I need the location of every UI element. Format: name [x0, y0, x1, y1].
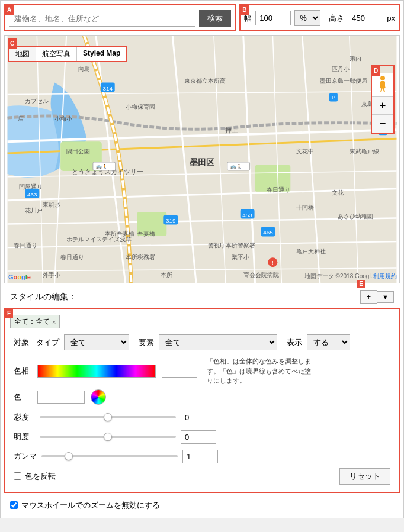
svg-text:463: 463: [27, 191, 37, 198]
style-tag: 全て：全て ×: [10, 315, 60, 328]
terms-of-use-link[interactable]: 利用規約: [373, 272, 397, 280]
svg-text:ホテルマイステイズ浅草: ホテルマイステイズ浅草: [66, 236, 132, 243]
section-e-label: E: [357, 280, 365, 288]
width-input[interactable]: [255, 11, 291, 25]
svg-text:小梅保育園: 小梅保育園: [126, 104, 155, 110]
map-tab-map[interactable]: 地図: [9, 47, 36, 61]
gamma-input[interactable]: 1: [182, 450, 218, 463]
saturation-track: [40, 416, 176, 418]
svg-text:カプセル: カプセル: [25, 98, 49, 104]
svg-text:春日通り: 春日通り: [267, 186, 290, 193]
svg-text:東駒形: 東駒形: [43, 201, 60, 208]
search-input[interactable]: [9, 11, 195, 27]
gamma-thumb[interactable]: [65, 452, 73, 460]
map-background: 墨田区 とうきょうスカイツリー 押上 文花中 隅田公園 東駒形 本所税務署 業平…: [5, 36, 399, 283]
reset-button[interactable]: リセット: [339, 468, 390, 485]
svg-text:春日通り: 春日通り: [14, 242, 37, 249]
svg-text:あさひ幼稚園: あさひ幼稚園: [338, 213, 373, 220]
google-logo: Google: [8, 273, 31, 280]
svg-text:🚌🚶: 🚌🚶: [230, 163, 242, 169]
hue-bar[interactable]: [37, 365, 156, 378]
element-label: 要素: [139, 337, 154, 348]
svg-text:外手小: 外手小: [43, 272, 60, 278]
zoom-out-button[interactable]: −: [372, 115, 393, 133]
style-tag-close[interactable]: ×: [52, 318, 56, 325]
svg-text:吾妻橋: 吾妻橋: [137, 230, 155, 237]
style-dropdown-button[interactable]: ▼: [377, 291, 394, 303]
svg-text:本所税務署: 本所税務署: [126, 254, 155, 260]
gamma-label: ガンマ: [14, 451, 37, 462]
height-input[interactable]: [348, 11, 383, 25]
svg-text:店: 店: [18, 115, 24, 122]
lightness-input[interactable]: 0: [181, 430, 216, 444]
svg-text:匹丹小: 匹丹小: [332, 66, 350, 72]
svg-text:314: 314: [102, 85, 113, 92]
invert-label: 色を反転: [25, 471, 56, 482]
color-picker-button[interactable]: [91, 389, 106, 405]
section-f-label: F: [5, 308, 13, 318]
svg-text:!: !: [272, 259, 274, 266]
svg-text:十間橋: 十間橋: [296, 204, 314, 211]
color-label: 色: [14, 392, 31, 402]
color-note: 「色相」は全体的な色みを調整します。「色」は境界線も含めてべた塗りにします。: [207, 356, 313, 386]
svg-text:隅田公園: 隅田公園: [66, 148, 90, 154]
section-b-label: B: [240, 5, 249, 15]
display-select[interactable]: する しない: [307, 334, 350, 350]
height-label: 高さ: [329, 13, 344, 24]
type-label: タイプ: [36, 337, 59, 348]
svg-text:文花中: 文花中: [296, 148, 314, 154]
saturation-input[interactable]: 0: [181, 411, 216, 424]
svg-text:押上: 押上: [225, 127, 238, 134]
svg-text:本所: 本所: [161, 272, 172, 278]
svg-text:小梅小: 小梅小: [54, 115, 72, 122]
svg-text:墨田京島一郵便局: 墨田京島一郵便局: [320, 78, 367, 84]
color-input-box: [37, 391, 85, 404]
invert-checkbox[interactable]: [14, 472, 21, 480]
map-attribution: 地図データ ©2018 Googl...: [304, 272, 376, 280]
element-select[interactable]: 全て: [159, 334, 277, 350]
svg-text:花川戸: 花川戸: [25, 207, 43, 214]
svg-point-77: [380, 76, 385, 80]
map-tab-aerial[interactable]: 航空写真: [36, 47, 77, 61]
svg-text:業平小: 業平小: [232, 254, 249, 260]
lightness-track: [40, 436, 176, 438]
svg-text:春日通り: 春日通り: [60, 254, 84, 260]
saturation-label: 彩度: [14, 412, 35, 423]
style-add-button[interactable]: +: [360, 290, 378, 304]
display-label: 表示: [287, 337, 302, 348]
saturation-thumb[interactable]: [104, 413, 112, 421]
svg-text:319: 319: [166, 217, 176, 224]
mouse-wheel-checkbox[interactable]: [10, 501, 18, 509]
svg-text:向島: 向島: [78, 66, 90, 72]
svg-text:🚌🚶: 🚌🚶: [96, 163, 108, 169]
map-tab-styled[interactable]: Styled Map: [77, 47, 126, 61]
zoom-in-button[interactable]: +: [372, 97, 393, 115]
target-type-select[interactable]: 全て: [64, 334, 129, 350]
street-view-button[interactable]: [372, 73, 393, 97]
svg-text:警視庁本所警察署: 警視庁本所警察署: [208, 242, 255, 249]
svg-text:東武亀戸線: 東武亀戸線: [350, 148, 379, 154]
width-unit-select[interactable]: % px: [294, 10, 320, 26]
svg-text:文花: 文花: [332, 189, 344, 196]
svg-text:東京都立本所高: 東京都立本所高: [184, 78, 226, 84]
lightness-label: 明度: [14, 431, 35, 442]
target-label: 対象: [14, 337, 31, 348]
lightness-thumb[interactable]: [104, 433, 112, 441]
svg-text:453: 453: [242, 212, 252, 218]
mouse-wheel-label: マウスホイールでのズームを無効にする: [21, 500, 160, 511]
hue-label: 色相: [14, 366, 31, 376]
style-edit-label: スタイルの編集：: [10, 292, 76, 302]
section-d-label: D: [371, 66, 380, 76]
hue-preview: [162, 365, 197, 378]
height-unit: px: [387, 14, 395, 22]
search-button[interactable]: 検索: [199, 10, 231, 27]
svg-text:墨田区: 墨田区: [190, 157, 214, 167]
svg-text:育会会院病院: 育会会院病院: [243, 272, 279, 278]
svg-text:亀戸天神社: 亀戸天神社: [296, 248, 326, 254]
svg-text:465: 465: [263, 229, 273, 236]
section-a-label: A: [5, 5, 14, 15]
section-c-label: C: [8, 38, 17, 49]
gamma-track: [41, 455, 178, 457]
svg-text:P: P: [332, 95, 335, 101]
svg-text:第丙: 第丙: [350, 55, 361, 62]
